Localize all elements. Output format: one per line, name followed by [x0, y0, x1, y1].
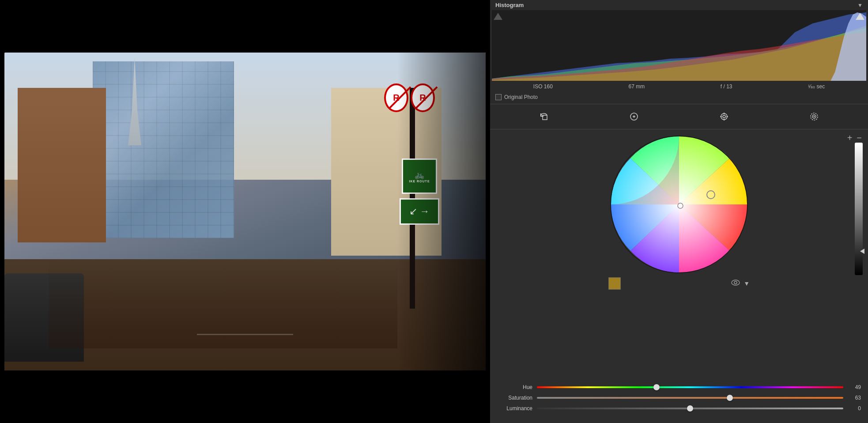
- svg-point-19: [732, 280, 740, 285]
- radial-filter-button[interactable]: [806, 109, 822, 125]
- aperture-value: f / 13: [721, 83, 732, 90]
- saturation-slider-row: Saturation 63: [497, 395, 861, 401]
- luminance-label: Luminance: [497, 405, 532, 412]
- iso-value: ISO 160: [533, 83, 553, 90]
- luminance-slider-track[interactable]: [537, 408, 843, 409]
- minus-button[interactable]: −: [857, 133, 862, 143]
- hue-label: Hue: [497, 384, 532, 390]
- photo-container: R R 🚲 IKE ROUTE ↙ →: [4, 53, 486, 370]
- svg-point-13: [814, 116, 815, 117]
- hue-slider-row: Hue 49: [497, 384, 861, 390]
- brightness-handle[interactable]: [855, 249, 864, 254]
- histogram-section: Histogram ▼ ISO 160: [490, 0, 868, 104]
- color-wheel-container[interactable]: [608, 134, 750, 275]
- tool-icons-row: [490, 104, 868, 129]
- histogram-canvas: [492, 10, 866, 81]
- luminance-slider-row: Luminance 0: [497, 405, 861, 412]
- original-photo-toggle[interactable]: Original Photo: [490, 92, 868, 104]
- saturation-value: 63: [848, 395, 861, 401]
- visibility-icon[interactable]: [731, 279, 740, 287]
- original-photo-label: Original Photo: [504, 94, 538, 100]
- histogram-header: Histogram ▼: [490, 0, 868, 10]
- shutter-value: ¹⁄₈₀ sec: [808, 83, 825, 90]
- hue-thumb[interactable]: [653, 384, 660, 390]
- heal-button[interactable]: [626, 109, 642, 125]
- photo-area: R R 🚲 IKE ROUTE ↙ →: [0, 0, 490, 423]
- brightness-strip[interactable]: [855, 143, 863, 275]
- wheel-controls-row: ▼: [608, 277, 750, 290]
- svg-point-5: [721, 113, 727, 120]
- hue-slider-track[interactable]: [537, 386, 843, 388]
- svg-point-20: [734, 281, 737, 284]
- original-photo-checkbox[interactable]: [495, 94, 502, 100]
- sliders-section: Hue 49 Saturation 63 Luminance 0: [490, 381, 868, 423]
- plus-button[interactable]: +: [847, 133, 853, 143]
- saturation-thumb[interactable]: [727, 395, 733, 401]
- right-panel: Histogram ▼ ISO 160: [490, 0, 868, 423]
- histogram-title: Histogram: [495, 2, 524, 8]
- clip-left-indicator: [494, 13, 502, 20]
- hue-value: 49: [848, 384, 861, 390]
- rotate-crop-button[interactable]: [536, 109, 552, 125]
- dropdown-icon[interactable]: ▼: [743, 280, 750, 287]
- focal-length-value: 67 mm: [628, 83, 645, 90]
- color-wheel-graphic: [608, 134, 750, 275]
- svg-point-6: [723, 115, 725, 118]
- color-swatch[interactable]: [608, 277, 621, 290]
- wheel-plus-minus: + −: [847, 133, 862, 143]
- histogram-chevron-icon[interactable]: ▼: [857, 2, 863, 8]
- luminance-value: 0: [848, 405, 861, 412]
- photo-info: ISO 160 67 mm f / 13 ¹⁄₈₀ sec: [490, 81, 868, 92]
- color-wheel-section: + −: [490, 129, 868, 381]
- target-adjust-button[interactable]: [716, 109, 732, 125]
- luminance-thumb[interactable]: [687, 405, 693, 412]
- saturation-slider-track[interactable]: [537, 397, 843, 399]
- histogram-graph: [492, 10, 866, 81]
- saturation-label: Saturation: [497, 395, 532, 401]
- clip-right-indicator: [856, 13, 864, 20]
